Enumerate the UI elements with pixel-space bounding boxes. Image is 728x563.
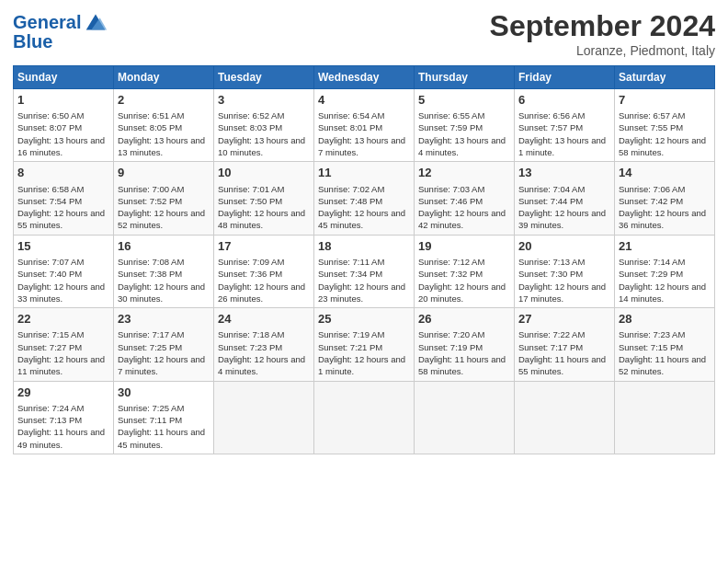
week-row-2: 8Sunrise: 6:58 AMSunset: 7:54 PMDaylight… — [14, 162, 715, 235]
logo: General Blue — [13, 9, 108, 52]
col-friday: Friday — [515, 66, 615, 89]
calendar-header: General Blue September 2024 Loranze, Pie… — [13, 9, 715, 58]
day-number: 29 — [17, 385, 109, 401]
day-number: 27 — [518, 311, 610, 327]
day-number: 9 — [118, 165, 210, 181]
day-cell: 2Sunrise: 6:51 AMSunset: 8:05 PMDaylight… — [114, 89, 214, 162]
day-number: 22 — [17, 311, 109, 327]
day-cell: 22Sunrise: 7:15 AMSunset: 7:27 PMDayligh… — [14, 308, 114, 381]
day-cell: 23Sunrise: 7:17 AMSunset: 7:25 PMDayligh… — [114, 308, 214, 381]
day-number: 26 — [418, 311, 510, 327]
day-cell: 26Sunrise: 7:20 AMSunset: 7:19 PMDayligh… — [415, 308, 515, 381]
day-number: 6 — [518, 92, 610, 109]
day-number: 18 — [318, 238, 410, 255]
day-cell: 4Sunrise: 6:54 AMSunset: 8:01 PMDaylight… — [314, 89, 415, 162]
day-cell: 18Sunrise: 7:11 AMSunset: 7:34 PMDayligh… — [314, 235, 415, 307]
day-cell — [314, 381, 415, 454]
day-number: 10 — [218, 165, 310, 181]
col-tuesday: Tuesday — [214, 66, 314, 89]
logo-icon — [83, 9, 108, 35]
calendar-table: Sunday Monday Tuesday Wednesday Thursday… — [13, 65, 715, 454]
day-cell: 8Sunrise: 6:58 AMSunset: 7:54 PMDaylight… — [14, 162, 114, 235]
day-number: 20 — [518, 238, 610, 255]
day-cell: 20Sunrise: 7:13 AMSunset: 7:30 PMDayligh… — [515, 235, 615, 307]
day-cell: 25Sunrise: 7:19 AMSunset: 7:21 PMDayligh… — [314, 308, 415, 381]
day-cell — [615, 381, 715, 454]
day-number: 19 — [418, 238, 510, 255]
day-cell: 10Sunrise: 7:01 AMSunset: 7:50 PMDayligh… — [214, 162, 314, 235]
day-cell: 21Sunrise: 7:14 AMSunset: 7:29 PMDayligh… — [615, 235, 715, 307]
location: Loranze, Piedmont, Italy — [490, 43, 715, 58]
col-saturday: Saturday — [615, 66, 715, 89]
day-cell: 27Sunrise: 7:22 AMSunset: 7:17 PMDayligh… — [515, 308, 615, 381]
day-number: 5 — [418, 92, 510, 109]
day-number: 24 — [218, 311, 310, 327]
day-cell: 6Sunrise: 6:56 AMSunset: 7:57 PMDaylight… — [515, 89, 615, 162]
day-cell: 30Sunrise: 7:25 AMSunset: 7:11 PMDayligh… — [114, 381, 214, 454]
day-number: 2 — [118, 92, 210, 109]
day-cell: 12Sunrise: 7:03 AMSunset: 7:46 PMDayligh… — [415, 162, 515, 235]
day-cell: 29Sunrise: 7:24 AMSunset: 7:13 PMDayligh… — [14, 381, 114, 454]
col-wednesday: Wednesday — [314, 66, 415, 89]
day-number: 12 — [418, 165, 510, 181]
day-number: 21 — [619, 238, 711, 255]
day-cell — [515, 381, 615, 454]
title-block: September 2024 Loranze, Piedmont, Italy — [490, 9, 715, 58]
month-title: September 2024 — [490, 9, 715, 43]
day-cell: 13Sunrise: 7:04 AMSunset: 7:44 PMDayligh… — [515, 162, 615, 235]
day-number: 23 — [118, 311, 210, 327]
day-number: 15 — [17, 238, 109, 255]
week-row-3: 15Sunrise: 7:07 AMSunset: 7:40 PMDayligh… — [14, 235, 715, 307]
day-cell — [415, 381, 515, 454]
col-monday: Monday — [114, 66, 214, 89]
day-number: 17 — [218, 238, 310, 255]
day-cell: 19Sunrise: 7:12 AMSunset: 7:32 PMDayligh… — [415, 235, 515, 307]
day-number: 3 — [218, 92, 310, 109]
day-cell: 14Sunrise: 7:06 AMSunset: 7:42 PMDayligh… — [615, 162, 715, 235]
week-row-4: 22Sunrise: 7:15 AMSunset: 7:27 PMDayligh… — [14, 308, 715, 381]
day-number: 4 — [318, 92, 410, 109]
logo-blue: Blue — [13, 31, 52, 52]
week-row-1: 1Sunrise: 6:50 AMSunset: 8:07 PMDaylight… — [14, 89, 715, 162]
day-cell: 3Sunrise: 6:52 AMSunset: 8:03 PMDaylight… — [214, 89, 314, 162]
day-number: 7 — [619, 92, 711, 109]
logo-text: General — [13, 12, 81, 32]
day-number: 14 — [619, 165, 711, 181]
day-cell: 7Sunrise: 6:57 AMSunset: 7:55 PMDaylight… — [615, 89, 715, 162]
week-row-5: 29Sunrise: 7:24 AMSunset: 7:13 PMDayligh… — [14, 381, 715, 454]
col-thursday: Thursday — [415, 66, 515, 89]
col-sunday: Sunday — [14, 66, 114, 89]
day-number: 30 — [118, 385, 210, 401]
day-cell: 24Sunrise: 7:18 AMSunset: 7:23 PMDayligh… — [214, 308, 314, 381]
day-cell: 9Sunrise: 7:00 AMSunset: 7:52 PMDaylight… — [114, 162, 214, 235]
day-cell: 15Sunrise: 7:07 AMSunset: 7:40 PMDayligh… — [14, 235, 114, 307]
day-cell: 28Sunrise: 7:23 AMSunset: 7:15 PMDayligh… — [615, 308, 715, 381]
day-number: 13 — [518, 165, 610, 181]
day-number: 25 — [318, 311, 410, 327]
day-cell: 16Sunrise: 7:08 AMSunset: 7:38 PMDayligh… — [114, 235, 214, 307]
day-cell: 5Sunrise: 6:55 AMSunset: 7:59 PMDaylight… — [415, 89, 515, 162]
day-number: 16 — [118, 238, 210, 255]
day-number: 1 — [17, 92, 109, 109]
day-number: 11 — [318, 165, 410, 181]
day-cell — [214, 381, 314, 454]
day-number: 8 — [17, 165, 109, 181]
day-cell: 1Sunrise: 6:50 AMSunset: 8:07 PMDaylight… — [14, 89, 114, 162]
day-cell: 11Sunrise: 7:02 AMSunset: 7:48 PMDayligh… — [314, 162, 415, 235]
calendar-container: General Blue September 2024 Loranze, Pie… — [0, 0, 728, 464]
header-row: Sunday Monday Tuesday Wednesday Thursday… — [14, 66, 715, 89]
day-cell: 17Sunrise: 7:09 AMSunset: 7:36 PMDayligh… — [214, 235, 314, 307]
day-number: 28 — [619, 311, 711, 327]
